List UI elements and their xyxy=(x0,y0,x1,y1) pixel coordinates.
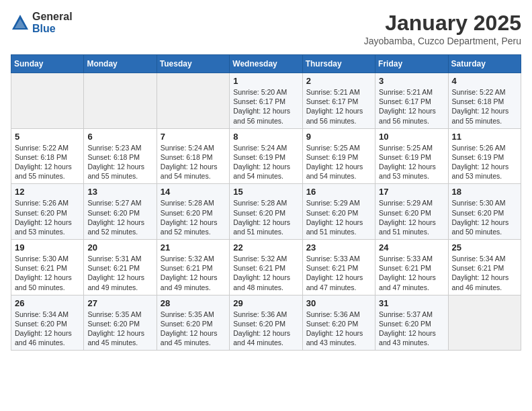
day-number: 9 xyxy=(306,132,371,142)
calendar-cell: 5Sunrise: 5:22 AM Sunset: 6:18 PM Daylig… xyxy=(11,128,84,184)
day-info: Sunrise: 5:34 AM Sunset: 6:21 PM Dayligh… xyxy=(452,254,517,292)
day-number: 5 xyxy=(15,132,80,142)
calendar-cell: 31Sunrise: 5:37 AM Sunset: 6:20 PM Dayli… xyxy=(375,295,448,351)
calendar-cell: 2Sunrise: 5:21 AM Sunset: 6:17 PM Daylig… xyxy=(302,73,375,129)
weekday-header-row: SundayMondayTuesdayWednesdayThursdayFrid… xyxy=(11,55,521,73)
day-info: Sunrise: 5:35 AM Sunset: 6:20 PM Dayligh… xyxy=(87,310,152,348)
calendar-week-row: 12Sunrise: 5:26 AM Sunset: 6:20 PM Dayli… xyxy=(11,184,521,240)
logo: General Blue xyxy=(11,11,73,34)
day-number: 31 xyxy=(379,298,444,308)
day-info: Sunrise: 5:21 AM Sunset: 6:17 PM Dayligh… xyxy=(306,87,371,126)
day-info: Sunrise: 5:25 AM Sunset: 6:19 PM Dayligh… xyxy=(306,143,371,181)
day-number: 28 xyxy=(161,298,226,308)
day-info: Sunrise: 5:36 AM Sunset: 6:20 PM Dayligh… xyxy=(306,310,371,348)
page-header: General Blue January 2025 Jayobamba, Cuz… xyxy=(11,11,521,46)
calendar-cell: 1Sunrise: 5:20 AM Sunset: 6:17 PM Daylig… xyxy=(230,73,302,129)
weekday-header-tuesday: Tuesday xyxy=(157,55,229,73)
day-info: Sunrise: 5:32 AM Sunset: 6:21 PM Dayligh… xyxy=(233,254,298,292)
calendar-cell: 28Sunrise: 5:35 AM Sunset: 6:20 PM Dayli… xyxy=(157,295,229,351)
calendar-cell: 17Sunrise: 5:29 AM Sunset: 6:20 PM Dayli… xyxy=(375,184,448,240)
calendar-cell: 29Sunrise: 5:36 AM Sunset: 6:20 PM Dayli… xyxy=(230,295,302,351)
day-number: 10 xyxy=(379,132,444,142)
day-number: 1 xyxy=(233,76,298,86)
day-number: 19 xyxy=(15,242,80,253)
calendar-cell: 9Sunrise: 5:25 AM Sunset: 6:19 PM Daylig… xyxy=(302,128,375,184)
day-number: 24 xyxy=(379,242,444,253)
day-number: 18 xyxy=(452,187,517,197)
day-number: 16 xyxy=(306,187,371,197)
calendar-cell: 25Sunrise: 5:34 AM Sunset: 6:21 PM Dayli… xyxy=(448,240,521,295)
calendar-week-row: 26Sunrise: 5:34 AM Sunset: 6:20 PM Dayli… xyxy=(11,295,521,351)
day-number: 12 xyxy=(15,187,80,197)
day-number: 30 xyxy=(306,298,371,308)
day-number: 22 xyxy=(233,242,298,253)
day-number: 4 xyxy=(452,76,517,86)
day-number: 8 xyxy=(233,132,298,142)
day-info: Sunrise: 5:28 AM Sunset: 6:20 PM Dayligh… xyxy=(161,198,226,236)
day-number: 15 xyxy=(233,187,298,197)
weekday-header-thursday: Thursday xyxy=(302,55,375,73)
day-info: Sunrise: 5:24 AM Sunset: 6:18 PM Dayligh… xyxy=(161,143,226,181)
day-info: Sunrise: 5:21 AM Sunset: 6:17 PM Dayligh… xyxy=(379,87,444,126)
day-info: Sunrise: 5:28 AM Sunset: 6:20 PM Dayligh… xyxy=(233,198,298,236)
day-info: Sunrise: 5:22 AM Sunset: 6:18 PM Dayligh… xyxy=(15,143,80,181)
calendar-cell xyxy=(157,73,229,129)
calendar-cell: 13Sunrise: 5:27 AM Sunset: 6:20 PM Dayli… xyxy=(84,184,157,240)
day-info: Sunrise: 5:24 AM Sunset: 6:19 PM Dayligh… xyxy=(233,143,298,181)
calendar-cell: 24Sunrise: 5:33 AM Sunset: 6:21 PM Dayli… xyxy=(375,240,448,295)
calendar-cell: 15Sunrise: 5:28 AM Sunset: 6:20 PM Dayli… xyxy=(230,184,302,240)
logo-general-text: General xyxy=(32,11,73,23)
calendar-table: SundayMondayTuesdayWednesdayThursdayFrid… xyxy=(11,54,521,351)
day-number: 27 xyxy=(87,298,152,308)
day-info: Sunrise: 5:26 AM Sunset: 6:20 PM Dayligh… xyxy=(15,198,80,236)
weekday-header-sunday: Sunday xyxy=(11,55,84,73)
weekday-header-monday: Monday xyxy=(84,55,157,73)
logo-blue-text: Blue xyxy=(32,23,73,35)
day-info: Sunrise: 5:22 AM Sunset: 6:18 PM Dayligh… xyxy=(452,87,517,126)
calendar-cell: 8Sunrise: 5:24 AM Sunset: 6:19 PM Daylig… xyxy=(230,128,302,184)
day-number: 7 xyxy=(161,132,226,142)
calendar-cell: 4Sunrise: 5:22 AM Sunset: 6:18 PM Daylig… xyxy=(448,73,521,129)
day-info: Sunrise: 5:33 AM Sunset: 6:21 PM Dayligh… xyxy=(306,254,371,292)
calendar-cell: 21Sunrise: 5:32 AM Sunset: 6:21 PM Dayli… xyxy=(157,240,229,295)
calendar-cell: 16Sunrise: 5:29 AM Sunset: 6:20 PM Dayli… xyxy=(302,184,375,240)
day-info: Sunrise: 5:34 AM Sunset: 6:20 PM Dayligh… xyxy=(15,310,80,348)
calendar-cell: 26Sunrise: 5:34 AM Sunset: 6:20 PM Dayli… xyxy=(11,295,84,351)
calendar-cell: 20Sunrise: 5:31 AM Sunset: 6:21 PM Dayli… xyxy=(84,240,157,295)
day-number: 6 xyxy=(87,132,152,142)
calendar-cell: 6Sunrise: 5:23 AM Sunset: 6:18 PM Daylig… xyxy=(84,128,157,184)
logo-icon xyxy=(11,13,30,32)
day-info: Sunrise: 5:35 AM Sunset: 6:20 PM Dayligh… xyxy=(161,310,226,348)
day-info: Sunrise: 5:32 AM Sunset: 6:21 PM Dayligh… xyxy=(161,254,226,292)
location: Jayobamba, Cuzco Department, Peru xyxy=(364,36,521,46)
calendar-cell: 12Sunrise: 5:26 AM Sunset: 6:20 PM Dayli… xyxy=(11,184,84,240)
calendar-cell: 11Sunrise: 5:26 AM Sunset: 6:19 PM Dayli… xyxy=(448,128,521,184)
calendar-cell xyxy=(11,73,84,129)
calendar-week-row: 19Sunrise: 5:30 AM Sunset: 6:21 PM Dayli… xyxy=(11,240,521,295)
calendar-week-row: 5Sunrise: 5:22 AM Sunset: 6:18 PM Daylig… xyxy=(11,128,521,184)
day-number: 26 xyxy=(15,298,80,308)
calendar-cell: 27Sunrise: 5:35 AM Sunset: 6:20 PM Dayli… xyxy=(84,295,157,351)
day-info: Sunrise: 5:30 AM Sunset: 6:20 PM Dayligh… xyxy=(452,198,517,236)
day-number: 17 xyxy=(379,187,444,197)
day-number: 23 xyxy=(306,242,371,253)
calendar-cell: 7Sunrise: 5:24 AM Sunset: 6:18 PM Daylig… xyxy=(157,128,229,184)
day-number: 25 xyxy=(452,242,517,253)
calendar-cell: 3Sunrise: 5:21 AM Sunset: 6:17 PM Daylig… xyxy=(375,73,448,129)
calendar-cell: 19Sunrise: 5:30 AM Sunset: 6:21 PM Dayli… xyxy=(11,240,84,295)
day-info: Sunrise: 5:33 AM Sunset: 6:21 PM Dayligh… xyxy=(379,254,444,292)
day-info: Sunrise: 5:26 AM Sunset: 6:19 PM Dayligh… xyxy=(452,143,517,181)
calendar-cell: 22Sunrise: 5:32 AM Sunset: 6:21 PM Dayli… xyxy=(230,240,302,295)
day-info: Sunrise: 5:25 AM Sunset: 6:19 PM Dayligh… xyxy=(379,143,444,181)
title-area: January 2025 Jayobamba, Cuzco Department… xyxy=(364,11,521,46)
calendar-cell xyxy=(448,295,521,351)
weekday-header-wednesday: Wednesday xyxy=(230,55,302,73)
day-number: 2 xyxy=(306,76,371,86)
calendar-cell: 10Sunrise: 5:25 AM Sunset: 6:19 PM Dayli… xyxy=(375,128,448,184)
weekday-header-friday: Friday xyxy=(375,55,448,73)
day-number: 3 xyxy=(379,76,444,86)
month-title: January 2025 xyxy=(364,11,521,36)
calendar-cell: 18Sunrise: 5:30 AM Sunset: 6:20 PM Dayli… xyxy=(448,184,521,240)
day-number: 29 xyxy=(233,298,298,308)
logo-text: General Blue xyxy=(32,11,73,34)
